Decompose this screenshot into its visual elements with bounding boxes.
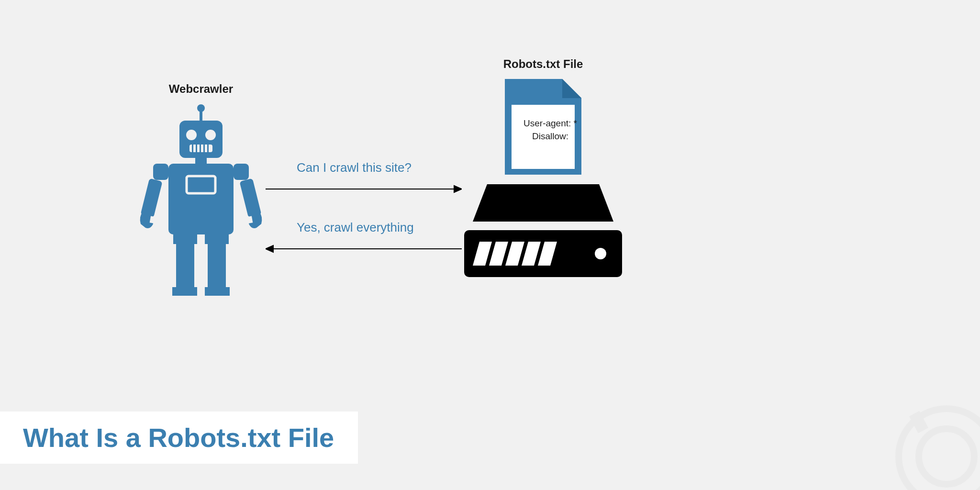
request-text: Can I crawl this site? <box>297 160 412 175</box>
arrow-right-icon <box>266 184 462 194</box>
svg-rect-15 <box>234 164 249 180</box>
watermark-icon <box>894 404 980 490</box>
svg-rect-20 <box>173 234 197 244</box>
svg-point-3 <box>186 130 197 140</box>
webcrawler-label: Webcrawler <box>153 82 249 96</box>
arrow-left-icon <box>266 244 462 254</box>
svg-rect-25 <box>205 287 230 296</box>
svg-marker-27 <box>454 186 462 192</box>
svg-rect-2 <box>179 121 223 158</box>
robot-icon <box>139 104 263 296</box>
svg-rect-23 <box>208 244 226 287</box>
svg-rect-7 <box>196 145 197 152</box>
svg-rect-22 <box>176 244 194 287</box>
server-icon <box>464 184 622 285</box>
svg-rect-12 <box>168 164 234 234</box>
svg-point-44 <box>919 429 974 484</box>
svg-rect-1 <box>200 111 202 122</box>
svg-rect-10 <box>207 145 209 152</box>
svg-point-4 <box>205 130 216 140</box>
title-box: What Is a Robots.txt File <box>0 412 358 464</box>
file-line2: Disallow: <box>532 131 568 141</box>
svg-rect-14 <box>153 164 168 180</box>
svg-rect-11 <box>195 158 207 164</box>
svg-rect-9 <box>203 145 205 152</box>
svg-rect-6 <box>192 145 193 152</box>
robots-file-label: Robots.txt File <box>495 57 591 71</box>
svg-rect-21 <box>205 234 229 244</box>
page-title: What Is a Robots.txt File <box>23 422 334 453</box>
response-text: Yes, crawl everything <box>297 220 414 235</box>
file-content: User-agent: * Disallow: <box>519 117 581 143</box>
file-line1: User-agent: * <box>523 118 577 128</box>
svg-point-42 <box>595 248 606 259</box>
svg-marker-29 <box>266 245 273 252</box>
svg-rect-24 <box>172 287 197 296</box>
svg-point-0 <box>197 104 205 112</box>
svg-rect-8 <box>200 145 201 152</box>
